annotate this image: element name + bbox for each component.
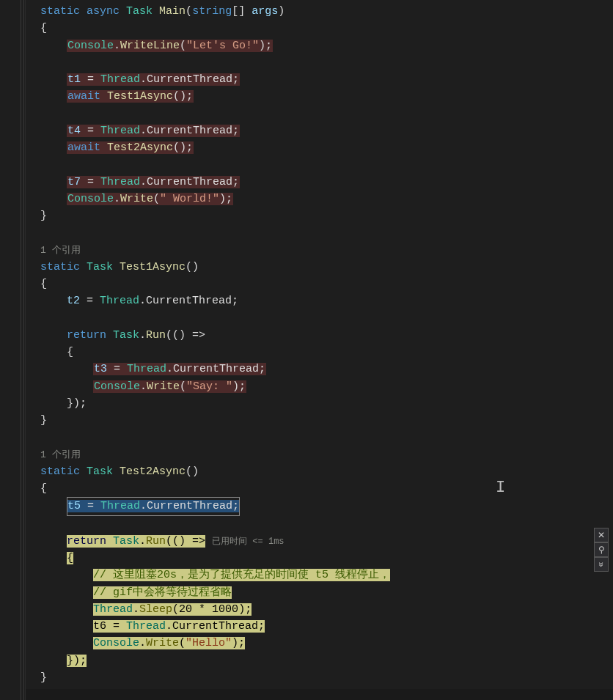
- close-icon: ✕: [598, 531, 605, 539]
- line-main-sig: static async Task Main(string[] args): [40, 3, 613, 20]
- text-cursor: I: [496, 479, 505, 497]
- line-test1-return: return Task.Run(() =>: [40, 327, 613, 344]
- expand-button[interactable]: »: [594, 557, 609, 572]
- line-test1-sig: static Task Test1Async(): [40, 259, 613, 276]
- pin-icon: ⚲: [598, 545, 605, 554]
- pin-button[interactable]: ⚲: [594, 542, 609, 557]
- line-t1-assign: t1 = Thread.CurrentThread;: [40, 71, 613, 88]
- line-t3-assign: t3 = Thread.CurrentThread;: [40, 361, 613, 377]
- line-main-close: }: [40, 207, 613, 224]
- line-await-t1: await Test1Async();: [40, 88, 613, 105]
- line-console-world: Console.Write(" World!");: [40, 191, 613, 207]
- code-editor[interactable]: static async Task Main(string[] args) { …: [0, 0, 613, 689]
- line-test2-return: return Task.Run(() => 已用时间 <= 1ms: [40, 533, 613, 550]
- line-t2-assign: t2 = Thread.CurrentThread;: [40, 292, 613, 309]
- codelens-ref1[interactable]: 1 个引用: [40, 242, 613, 259]
- datatip-toolbar: ✕ ⚲ »: [594, 528, 609, 572]
- line-console-hello: Console.Write("Hello");: [40, 635, 613, 652]
- line-t5-assign: t5 = Thread.CurrentThread;: [40, 497, 613, 515]
- line-test2-sig: static Task Test2Async(): [40, 463, 613, 480]
- line-console-say: Console.Write("Say: ");: [40, 378, 613, 395]
- line-console-letsgo: Console.WriteLine("Let's Go!");: [40, 37, 613, 54]
- line-t6-assign: t6 = Thread.CurrentThread;: [40, 618, 613, 635]
- gutter: [0, 0, 26, 700]
- codelens-ref2[interactable]: 1 个引用: [40, 446, 613, 463]
- close-button[interactable]: ✕: [594, 528, 609, 542]
- line-await-t2: await Test2Async();: [40, 139, 613, 156]
- line-comment2: // gif中会将等待过程省略: [40, 584, 613, 601]
- chevron-down-icon: »: [597, 562, 606, 567]
- line-main-open: {: [40, 20, 613, 37]
- perf-hint[interactable]: 已用时间 <= 1ms: [212, 537, 284, 547]
- line-comment1: // 这里阻塞20s，是为了提供充足的时间使 t5 线程停止，: [40, 567, 613, 583]
- line-t7-assign: t7 = Thread.CurrentThread;: [40, 174, 613, 191]
- line-t4-assign: t4 = Thread.CurrentThread;: [40, 122, 613, 139]
- line-sleep: Thread.Sleep(20 * 1000);: [40, 601, 613, 618]
